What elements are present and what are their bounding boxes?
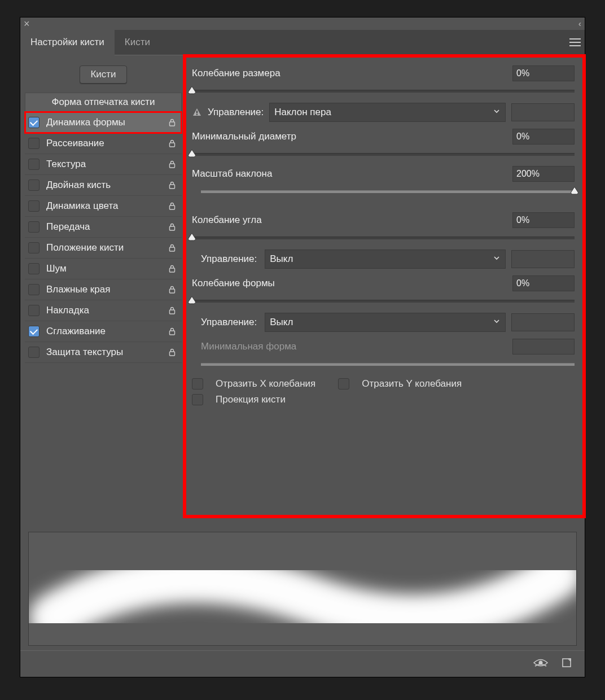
checkbox-icon[interactable] [28, 326, 40, 337]
checkbox-icon[interactable] [28, 159, 40, 170]
label-tilt-scale: Масштаб наклона [192, 168, 512, 180]
input-tilt-scale[interactable] [512, 166, 575, 182]
lock-icon[interactable] [166, 160, 178, 169]
label-size-jitter: Колебание размера [192, 68, 512, 79]
input-roundness-control-extra[interactable] [511, 313, 575, 331]
svg-rect-15 [196, 111, 198, 113]
brushes-button[interactable]: Кисти [80, 65, 126, 84]
sidebar-item-7[interactable]: Шум [25, 259, 182, 279]
lock-icon[interactable] [166, 118, 178, 127]
slider-roundness-jitter[interactable] [192, 295, 575, 307]
svg-rect-3 [170, 122, 175, 126]
svg-rect-14 [170, 352, 175, 356]
sidebar-item-9[interactable]: Накладка [25, 300, 182, 321]
select-size-control[interactable]: Наклон пера [269, 103, 506, 122]
slider-size-jitter[interactable] [192, 85, 575, 97]
checkbox-icon[interactable] [28, 347, 40, 358]
checkbox-brush-projection[interactable]: Проекция кисти [192, 394, 575, 405]
input-angle-control-extra[interactable] [511, 250, 575, 268]
label-min-diameter: Минимальный диаметр [192, 131, 512, 142]
panel-menu-icon[interactable] [565, 34, 585, 50]
close-icon[interactable]: × [24, 18, 30, 30]
tab-brushes[interactable]: Кисти [115, 30, 160, 55]
sidebar-item-label: Рассеивание [46, 138, 166, 149]
chevron-down-icon [493, 253, 501, 265]
sidebar-item-4[interactable]: Динамика цвета [25, 196, 182, 217]
lock-icon[interactable] [166, 139, 178, 148]
new-preset-icon[interactable] [561, 657, 572, 671]
sidebar-item-label: Сглаживание [46, 326, 166, 337]
sidebar-item-label: Накладка [46, 305, 166, 316]
label-angle-jitter: Колебание угла [192, 215, 512, 226]
lock-icon[interactable] [166, 285, 178, 294]
sidebar-item-5[interactable]: Передача [25, 217, 182, 238]
label-roundness-control: Управление: [201, 317, 259, 328]
lock-icon[interactable] [166, 306, 178, 315]
checkbox-icon[interactable] [28, 221, 40, 233]
checkbox-icon[interactable] [28, 138, 40, 149]
sidebar-item-10[interactable]: Сглаживание [25, 321, 182, 342]
select-angle-control[interactable]: Выкл [265, 250, 506, 269]
checkbox-flip-y-jitter[interactable]: Отразить Y колебания [338, 378, 462, 390]
collapse-icon[interactable]: ‹‹ [578, 19, 579, 28]
slider-min-diameter[interactable] [192, 148, 575, 160]
panel-footer [20, 650, 585, 677]
checkbox-icon[interactable] [28, 180, 40, 191]
lock-icon[interactable] [166, 243, 178, 252]
select-roundness-control[interactable]: Выкл [265, 313, 506, 332]
label-size-control: Управление: [208, 107, 264, 118]
lock-icon[interactable] [166, 348, 178, 357]
shape-dynamics-content: Колебание размера Управление: Наклон пер… [184, 55, 585, 526]
svg-rect-13 [170, 331, 175, 335]
sidebar-item-3[interactable]: Двойная кисть [25, 175, 182, 196]
checkbox-icon[interactable] [28, 284, 40, 295]
slider-min-roundness [201, 358, 575, 370]
sidebar-item-6[interactable]: Положение кисти [25, 238, 182, 259]
label-min-roundness: Минимальная форма [201, 341, 512, 352]
brush-preview [28, 532, 577, 646]
input-size-jitter[interactable] [512, 65, 575, 81]
sidebar-item-label: Динамика формы [46, 117, 166, 128]
lock-icon[interactable] [166, 181, 178, 190]
sidebar: Кисти Форма отпечатка кисти Динамика фор… [20, 55, 184, 526]
chevron-down-icon [493, 107, 501, 118]
lock-icon[interactable] [166, 264, 178, 273]
select-size-control-value: Наклон пера [274, 107, 331, 118]
sidebar-item-label: Передача [46, 221, 166, 233]
svg-rect-12 [170, 310, 175, 314]
panel-tabs: Настройки кисти Кисти [20, 30, 585, 55]
panel-titlebar: × ‹‹ [20, 18, 585, 30]
label-angle-control: Управление: [201, 253, 259, 265]
input-size-control-extra[interactable] [511, 103, 575, 121]
sidebar-item-8[interactable]: Влажные края [25, 279, 182, 300]
label-brush-projection: Проекция кисти [216, 394, 286, 405]
checkbox-icon[interactable] [28, 242, 40, 253]
slider-tilt-scale[interactable] [201, 185, 575, 198]
sidebar-item-label: Двойная кисть [46, 180, 166, 191]
input-min-diameter[interactable] [512, 129, 575, 145]
input-min-roundness [512, 339, 575, 355]
checkbox-icon[interactable] [28, 263, 40, 274]
toggle-preview-icon[interactable] [533, 658, 549, 671]
sidebar-item-0[interactable]: Динамика формы [25, 112, 182, 133]
lock-icon[interactable] [166, 327, 178, 336]
checkbox-icon[interactable] [28, 200, 40, 212]
checkbox-flip-x-jitter[interactable]: Отразить X колебания [192, 378, 315, 390]
svg-rect-8 [170, 226, 175, 230]
sidebar-item-label: Защита текстуры [46, 347, 166, 358]
checkbox-icon[interactable] [28, 305, 40, 316]
svg-rect-10 [170, 268, 175, 272]
lock-icon[interactable] [166, 202, 178, 211]
svg-rect-7 [170, 205, 175, 209]
input-roundness-jitter[interactable] [512, 275, 575, 291]
label-roundness-jitter: Колебание формы [192, 278, 512, 289]
tab-brush-settings[interactable]: Настройки кисти [20, 30, 115, 55]
checkbox-icon[interactable] [28, 117, 40, 128]
slider-angle-jitter[interactable] [192, 231, 575, 244]
input-angle-jitter[interactable] [512, 212, 575, 228]
sidebar-item-1[interactable]: Рассеивание [25, 133, 182, 154]
lock-icon[interactable] [166, 222, 178, 231]
sidebar-item-11[interactable]: Защита текстуры [25, 342, 182, 363]
section-brush-tip-shape[interactable]: Форма отпечатка кисти [25, 93, 182, 112]
sidebar-item-2[interactable]: Текстура [25, 154, 182, 175]
